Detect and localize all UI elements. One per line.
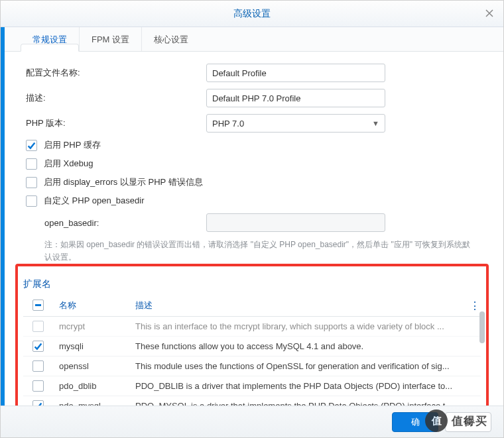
table-row: mcrypt This is an interface to the mcryp…	[23, 317, 481, 337]
input-profile-name[interactable]	[206, 64, 385, 82]
ext-desc: These functions allow you to access MySQ…	[135, 341, 481, 351]
ext-desc: This is an interface to the mcrypt libra…	[135, 321, 481, 331]
ext-name: pdo_dblib	[59, 381, 135, 391]
checkbox-select-all[interactable]	[32, 300, 44, 311]
header-menu-icon[interactable]: ⋮	[469, 300, 481, 312]
tab-fpm[interactable]: FPM 设置	[80, 27, 142, 51]
scrollbar-thumb[interactable]	[479, 311, 485, 343]
titlebar: 高级设置	[1, 1, 503, 27]
ext-name: mysqli	[59, 341, 135, 351]
content-area: 配置文件名称: 描述: PHP 版本: PHP 7.0 ▼ 启用 PHP 缓存 …	[1, 52, 503, 264]
table-row: openssl This module uses the functions o…	[23, 356, 481, 376]
header-checkbox-cell	[23, 300, 59, 312]
left-accent-bar	[1, 1, 5, 437]
row-enable-xdebug: 启用 Xdebug	[26, 158, 478, 170]
label-description: 描述:	[26, 92, 206, 104]
label-open-basedir: 自定义 PHP open_basedir	[44, 195, 145, 207]
tabs: 常规设置 FPM 设置 核心设置	[1, 27, 503, 52]
checkbox-display-errors[interactable]	[26, 177, 37, 188]
chevron-down-icon: ▼	[372, 119, 379, 127]
ext-name: mcrypt	[59, 321, 135, 331]
label-enable-cache: 启用 PHP 缓存	[44, 139, 101, 151]
row-description: 描述:	[26, 89, 478, 107]
row-open-basedir: 自定义 PHP open_basedir	[26, 195, 478, 207]
dialog-window: 高级设置 常规设置 FPM 设置 核心设置 配置文件名称: 描述: PHP 版本…	[0, 0, 504, 438]
input-open-basedir[interactable]	[206, 213, 385, 232]
close-icon[interactable]	[483, 7, 495, 19]
select-php-version-value: PHP 7.0	[212, 119, 244, 129]
table-header: 名称 描述 ⋮	[23, 296, 481, 317]
table-row: mysqli These functions allow you to acce…	[23, 337, 481, 356]
row-enable-cache: 启用 PHP 缓存	[26, 139, 478, 151]
dialog-footer: 确 取	[1, 406, 503, 437]
label-php-version: PHP 版本:	[26, 117, 206, 129]
tab-general[interactable]: 常规设置	[21, 27, 80, 51]
checkbox-ext-mcrypt[interactable]	[32, 321, 44, 332]
extensions-title: 扩展名	[23, 278, 481, 290]
checkbox-ext-pdo-dblib[interactable]	[32, 380, 44, 392]
label-display-errors: 启用 display_errors 以显示 PHP 错误信息	[44, 176, 203, 188]
checkbox-open-basedir[interactable]	[26, 195, 37, 207]
header-desc[interactable]: 描述	[135, 300, 469, 312]
ok-button[interactable]: 确	[392, 412, 438, 432]
tab-core[interactable]: 核心设置	[142, 27, 200, 51]
checkbox-ext-openssl[interactable]	[32, 360, 44, 372]
ext-name: openssl	[59, 361, 135, 371]
checkbox-ext-mysqli[interactable]	[32, 341, 44, 352]
header-name[interactable]: 名称	[59, 300, 135, 312]
label-enable-xdebug: 启用 Xdebug	[44, 158, 93, 170]
checkbox-enable-cache[interactable]	[26, 140, 37, 151]
row-open-basedir-input: open_basedir:	[26, 213, 478, 232]
ext-desc: This module uses the functions of OpenSS…	[135, 361, 481, 371]
input-description[interactable]	[206, 89, 385, 107]
open-basedir-note: 注：如果因 open_basedir 的错误设置而出错，请取消选择 "自定义 P…	[26, 239, 478, 264]
ext-desc: PDO_DBLIB is a driver that implements th…	[135, 381, 481, 391]
label-open-basedir-field: open_basedir:	[44, 218, 206, 228]
select-php-version[interactable]: PHP 7.0 ▼	[206, 114, 385, 133]
table-row: pdo_dblib PDO_DBLIB is a driver that imp…	[23, 376, 481, 396]
row-profile-name: 配置文件名称:	[26, 64, 478, 82]
label-profile-name: 配置文件名称:	[26, 67, 206, 79]
row-php-version: PHP 版本: PHP 7.0 ▼	[26, 114, 478, 133]
checkbox-enable-xdebug[interactable]	[26, 158, 37, 170]
row-display-errors: 启用 display_errors 以显示 PHP 错误信息	[26, 176, 478, 188]
extensions-table: 名称 描述 ⋮ mcrypt This is an interface to t…	[23, 296, 481, 416]
cancel-button[interactable]: 取	[445, 412, 491, 432]
dialog-title: 高级设置	[233, 8, 271, 20]
